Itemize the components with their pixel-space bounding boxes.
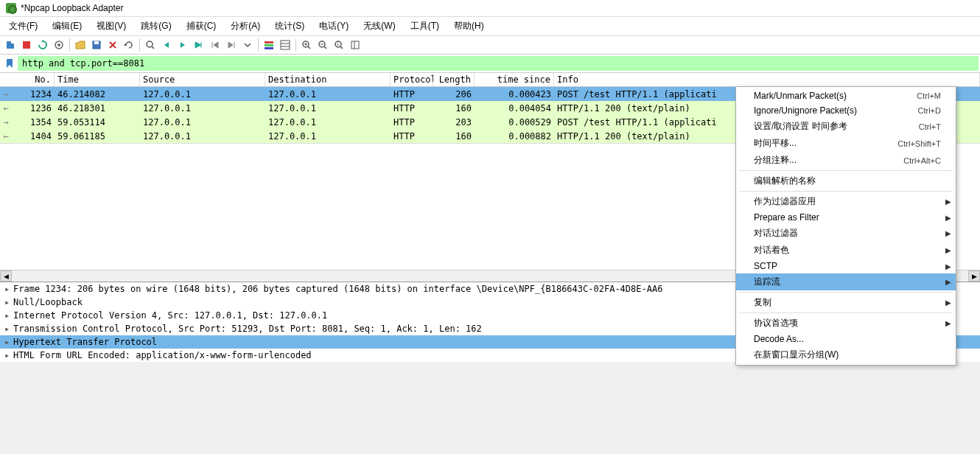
menu-file[interactable]: 文件(F) bbox=[3, 18, 43, 34]
ctx-copy[interactable]: 复制▶ bbox=[736, 294, 956, 311]
svg-rect-9 bbox=[265, 47, 273, 49]
ctx-time-reference[interactable]: 设置/取消设置 时间参考Ctrl+T bbox=[736, 118, 956, 135]
ctx-mark-packet[interactable]: Mark/Unmark Packet(s)Ctrl+M bbox=[736, 88, 956, 103]
cell-no: 1404 bbox=[12, 130, 55, 142]
context-menu: Mark/Unmark Packet(s)Ctrl+M Ignore/Unign… bbox=[735, 86, 956, 366]
column-time[interactable]: Time bbox=[55, 73, 140, 86]
ctx-conversation-filter[interactable]: 对话过滤器▶ bbox=[736, 225, 956, 242]
cell-source: 127.0.0.1 bbox=[140, 102, 265, 114]
filter-bookmark-icon[interactable] bbox=[3, 57, 16, 70]
scroll-left-icon[interactable]: ◀ bbox=[0, 270, 12, 282]
toolbar-last[interactable] bbox=[224, 38, 239, 52]
menu-capture[interactable]: 捕获(C) bbox=[181, 18, 223, 34]
ctx-protocol-preferences[interactable]: 协议首选项▶ bbox=[736, 315, 956, 332]
cell-destination: 127.0.0.1 bbox=[265, 116, 391, 128]
menu-stats[interactable]: 统计(S) bbox=[269, 18, 310, 34]
svg-point-5 bbox=[147, 41, 153, 47]
cell-length: 160 bbox=[433, 130, 475, 142]
submenu-arrow-icon: ▶ bbox=[945, 214, 951, 222]
ctx-sctp[interactable]: SCTP▶ bbox=[736, 259, 956, 273]
ctx-follow-stream[interactable]: 追踪流▶ bbox=[736, 273, 956, 290]
toolbar-zoom-in[interactable] bbox=[299, 38, 314, 52]
cell-destination: 127.0.0.1 bbox=[265, 130, 391, 142]
ctx-decode-as[interactable]: Decode As... bbox=[736, 332, 956, 346]
menu-help[interactable]: 帮助(H) bbox=[448, 18, 490, 34]
packet-direction-icon: → bbox=[0, 117, 12, 128]
scroll-right-icon[interactable]: ▶ bbox=[968, 270, 980, 282]
toolbar-goto-packet[interactable] bbox=[192, 38, 206, 52]
toolbar: 1 bbox=[0, 36, 980, 55]
expander-icon: ▸ bbox=[4, 337, 13, 347]
submenu-arrow-icon: ▶ bbox=[945, 229, 951, 237]
cell-time: 59.061185 bbox=[55, 130, 140, 142]
menu-tools[interactable]: 工具(T) bbox=[405, 18, 445, 34]
toolbar-start-capture[interactable] bbox=[3, 38, 18, 52]
cell-destination: 127.0.0.1 bbox=[265, 102, 391, 114]
toolbar-find[interactable] bbox=[143, 38, 158, 52]
svg-line-6 bbox=[152, 46, 154, 49]
ctx-conversation-color[interactable]: 对话着色▶ bbox=[736, 242, 956, 259]
toolbar-next[interactable] bbox=[175, 38, 190, 52]
ctx-show-in-new-window[interactable]: 在新窗口显示分组(W) bbox=[736, 346, 956, 363]
toolbar-close[interactable] bbox=[105, 38, 120, 52]
svg-point-2 bbox=[57, 43, 60, 46]
ctx-edit-resolved-name[interactable]: 编辑解析的名称 bbox=[736, 172, 956, 189]
column-destination[interactable]: Destination bbox=[265, 73, 391, 86]
ctx-apply-as-filter[interactable]: 作为过滤器应用▶ bbox=[736, 193, 956, 210]
expander-icon: ▸ bbox=[4, 297, 13, 307]
menu-edit[interactable]: 编辑(E) bbox=[46, 18, 88, 34]
cell-time-since: 0.004054 bbox=[475, 102, 554, 114]
cell-protocol: HTTP bbox=[391, 102, 433, 114]
toolbar-prev[interactable] bbox=[159, 38, 174, 52]
column-source[interactable]: Source bbox=[140, 73, 265, 86]
column-no[interactable]: No. bbox=[12, 73, 55, 86]
submenu-arrow-icon: ▶ bbox=[945, 198, 951, 206]
ctx-ignore-packet[interactable]: Ignore/Unignore Packet(s)Ctrl+D bbox=[736, 103, 956, 118]
filter-input[interactable] bbox=[18, 56, 979, 71]
menu-view[interactable]: 视图(V) bbox=[91, 18, 132, 34]
cell-no: 1354 bbox=[12, 116, 55, 128]
toolbar-save[interactable] bbox=[89, 38, 104, 52]
svg-rect-8 bbox=[265, 44, 273, 46]
menu-wireless[interactable]: 无线(W) bbox=[357, 18, 401, 34]
toolbar-restart-capture[interactable] bbox=[35, 38, 50, 52]
menu-analyze[interactable]: 分析(A) bbox=[225, 18, 266, 34]
ctx-prepare-as-filter[interactable]: Prepare as Filter▶ bbox=[736, 210, 956, 225]
cell-time-since: 0.000423 bbox=[475, 88, 554, 100]
column-protocol[interactable]: Protocol bbox=[391, 73, 433, 86]
packet-direction-icon: ← bbox=[0, 131, 12, 142]
toolbar-zoom-reset[interactable]: 1 bbox=[332, 38, 346, 52]
toolbar-autoscroll[interactable] bbox=[240, 38, 255, 52]
toolbar-options[interactable] bbox=[52, 38, 66, 52]
submenu-arrow-icon: ▶ bbox=[945, 278, 951, 286]
svg-rect-4 bbox=[94, 41, 99, 44]
submenu-arrow-icon: ▶ bbox=[945, 246, 951, 254]
toolbar-reload[interactable] bbox=[122, 38, 136, 52]
column-info[interactable]: Info bbox=[554, 73, 980, 86]
toolbar-first[interactable] bbox=[208, 38, 223, 52]
svg-rect-7 bbox=[265, 41, 273, 43]
titlebar: *Npcap Loopback Adapter bbox=[0, 0, 980, 17]
menu-goto[interactable]: 跳转(G) bbox=[135, 18, 177, 34]
ctx-time-shift[interactable]: 时间平移...Ctrl+Shift+T bbox=[736, 135, 956, 152]
cell-source: 127.0.0.1 bbox=[140, 116, 265, 128]
cell-source: 127.0.0.1 bbox=[140, 130, 265, 142]
toolbar-colorize[interactable] bbox=[262, 38, 276, 52]
svg-line-14 bbox=[308, 46, 310, 49]
cell-time-since: 0.000529 bbox=[475, 116, 554, 128]
expander-icon: ▸ bbox=[4, 310, 13, 321]
svg-rect-23 bbox=[351, 41, 359, 49]
toolbar-layout[interactable] bbox=[278, 38, 293, 52]
cell-protocol: HTTP bbox=[391, 116, 433, 128]
submenu-arrow-icon: ▶ bbox=[945, 319, 951, 327]
toolbar-stop-capture[interactable] bbox=[19, 38, 34, 52]
toolbar-zoom-out[interactable] bbox=[315, 38, 330, 52]
cell-length: 206 bbox=[433, 88, 475, 100]
toolbar-resize-columns[interactable] bbox=[348, 38, 363, 52]
toolbar-open[interactable] bbox=[73, 38, 88, 52]
column-length[interactable]: Length bbox=[433, 73, 475, 86]
packet-direction-icon: ← bbox=[0, 103, 12, 114]
column-time-since[interactable]: time since bbox=[475, 73, 554, 86]
ctx-packet-comment[interactable]: 分组注释...Ctrl+Alt+C bbox=[736, 152, 956, 169]
menu-phone[interactable]: 电话(Y) bbox=[313, 18, 354, 34]
